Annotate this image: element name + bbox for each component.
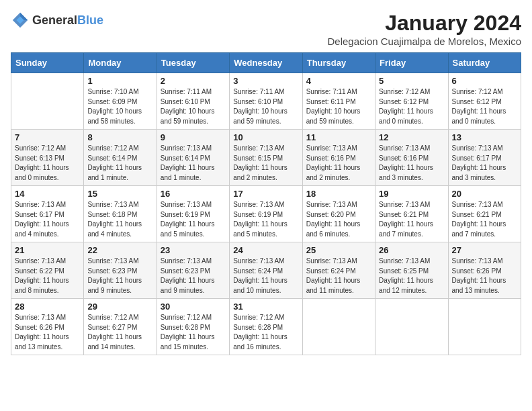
day-cell: 28Sunrise: 7:13 AM Sunset: 6:26 PM Dayli… (11, 299, 84, 355)
day-info: Sunrise: 7:13 AM Sunset: 6:24 PM Dayligh… (306, 257, 371, 295)
day-number: 5 (379, 76, 444, 86)
day-cell: 24Sunrise: 7:13 AM Sunset: 6:24 PM Dayli… (230, 242, 302, 299)
day-cell: 4Sunrise: 7:11 AM Sunset: 6:11 PM Daylig… (302, 73, 375, 130)
calendar-table: SundayMondayTuesdayWednesdayThursdayFrid… (11, 52, 521, 355)
day-number: 26 (379, 245, 444, 255)
day-number: 13 (452, 132, 517, 142)
week-row-4: 21Sunrise: 7:13 AM Sunset: 6:22 PM Dayli… (11, 242, 521, 299)
day-cell: 5Sunrise: 7:12 AM Sunset: 6:12 PM Daylig… (375, 73, 448, 130)
day-number: 19 (379, 189, 444, 199)
day-cell: 29Sunrise: 7:12 AM Sunset: 6:27 PM Dayli… (84, 299, 157, 355)
day-number: 27 (452, 245, 517, 255)
day-cell: 30Sunrise: 7:12 AM Sunset: 6:28 PM Dayli… (157, 299, 229, 355)
day-number: 17 (233, 189, 298, 199)
day-cell (375, 299, 448, 355)
day-cell: 3Sunrise: 7:11 AM Sunset: 6:10 PM Daylig… (230, 73, 302, 130)
day-number: 11 (306, 132, 371, 142)
day-info: Sunrise: 7:10 AM Sunset: 6:09 PM Dayligh… (87, 87, 152, 126)
day-number: 24 (233, 245, 298, 255)
day-cell: 20Sunrise: 7:13 AM Sunset: 6:21 PM Dayli… (448, 186, 521, 242)
page-header: GeneralBlue January 2024 Delegacion Cuaj… (11, 11, 521, 47)
day-info: Sunrise: 7:13 AM Sunset: 6:23 PM Dayligh… (161, 257, 226, 295)
day-cell: 17Sunrise: 7:13 AM Sunset: 6:19 PM Dayli… (230, 186, 302, 242)
day-number: 9 (161, 132, 226, 142)
day-number: 22 (87, 245, 152, 255)
day-info: Sunrise: 7:13 AM Sunset: 6:19 PM Dayligh… (161, 200, 226, 239)
day-number: 3 (233, 76, 298, 86)
day-cell (11, 73, 84, 130)
day-cell: 9Sunrise: 7:13 AM Sunset: 6:14 PM Daylig… (157, 130, 229, 186)
week-row-3: 14Sunrise: 7:13 AM Sunset: 6:17 PM Dayli… (11, 186, 521, 242)
month-year-title: January 2024 (328, 11, 521, 36)
day-info: Sunrise: 7:13 AM Sunset: 6:26 PM Dayligh… (15, 313, 80, 352)
day-number: 29 (87, 302, 152, 312)
day-info: Sunrise: 7:12 AM Sunset: 6:28 PM Dayligh… (233, 313, 298, 352)
col-header-tuesday: Tuesday (157, 53, 229, 73)
day-number: 16 (161, 189, 226, 199)
day-cell: 15Sunrise: 7:13 AM Sunset: 6:18 PM Dayli… (84, 186, 157, 242)
logo-icon (11, 11, 30, 30)
day-info: Sunrise: 7:13 AM Sunset: 6:21 PM Dayligh… (452, 200, 517, 239)
day-number: 23 (161, 245, 226, 255)
day-cell: 6Sunrise: 7:12 AM Sunset: 6:12 PM Daylig… (448, 73, 521, 130)
day-number: 6 (452, 76, 517, 86)
logo-general: General (32, 13, 77, 27)
title-area: January 2024 Delegacion Cuajimalpa de Mo… (328, 11, 521, 47)
day-cell: 1Sunrise: 7:10 AM Sunset: 6:09 PM Daylig… (84, 73, 157, 130)
day-number: 30 (161, 302, 226, 312)
day-cell: 12Sunrise: 7:13 AM Sunset: 6:16 PM Dayli… (375, 130, 448, 186)
day-info: Sunrise: 7:13 AM Sunset: 6:21 PM Dayligh… (379, 200, 444, 239)
day-number: 21 (15, 245, 80, 255)
day-cell: 8Sunrise: 7:12 AM Sunset: 6:14 PM Daylig… (84, 130, 157, 186)
day-cell: 22Sunrise: 7:13 AM Sunset: 6:23 PM Dayli… (84, 242, 157, 299)
day-cell: 2Sunrise: 7:11 AM Sunset: 6:10 PM Daylig… (157, 73, 229, 130)
col-header-sunday: Sunday (11, 53, 84, 73)
day-cell: 27Sunrise: 7:13 AM Sunset: 6:26 PM Dayli… (448, 242, 521, 299)
day-number: 15 (87, 189, 152, 199)
day-cell: 11Sunrise: 7:13 AM Sunset: 6:16 PM Dayli… (302, 130, 375, 186)
day-cell: 26Sunrise: 7:13 AM Sunset: 6:25 PM Dayli… (375, 242, 448, 299)
day-info: Sunrise: 7:11 AM Sunset: 6:10 PM Dayligh… (233, 87, 298, 126)
day-cell: 14Sunrise: 7:13 AM Sunset: 6:17 PM Dayli… (11, 186, 84, 242)
col-header-friday: Friday (375, 53, 448, 73)
day-number: 4 (306, 76, 371, 86)
day-number: 20 (452, 189, 517, 199)
day-number: 7 (15, 132, 80, 142)
col-header-thursday: Thursday (302, 53, 375, 73)
day-info: Sunrise: 7:13 AM Sunset: 6:17 PM Dayligh… (452, 144, 517, 183)
col-header-wednesday: Wednesday (230, 53, 302, 73)
location-subtitle: Delegacion Cuajimalpa de Morelos, Mexico (328, 36, 521, 47)
day-number: 2 (161, 76, 226, 86)
day-info: Sunrise: 7:13 AM Sunset: 6:16 PM Dayligh… (379, 144, 444, 183)
day-number: 18 (306, 189, 371, 199)
day-number: 10 (233, 132, 298, 142)
day-info: Sunrise: 7:11 AM Sunset: 6:10 PM Dayligh… (161, 87, 226, 126)
day-info: Sunrise: 7:13 AM Sunset: 6:20 PM Dayligh… (306, 200, 371, 239)
day-info: Sunrise: 7:11 AM Sunset: 6:11 PM Dayligh… (306, 87, 371, 126)
day-cell: 31Sunrise: 7:12 AM Sunset: 6:28 PM Dayli… (230, 299, 302, 355)
day-cell (302, 299, 375, 355)
logo: GeneralBlue (11, 11, 103, 30)
day-number: 25 (306, 245, 371, 255)
day-info: Sunrise: 7:12 AM Sunset: 6:28 PM Dayligh… (161, 313, 226, 352)
day-info: Sunrise: 7:13 AM Sunset: 6:16 PM Dayligh… (306, 144, 371, 183)
week-row-1: 1Sunrise: 7:10 AM Sunset: 6:09 PM Daylig… (11, 73, 521, 130)
day-info: Sunrise: 7:13 AM Sunset: 6:14 PM Dayligh… (161, 144, 226, 183)
day-cell: 10Sunrise: 7:13 AM Sunset: 6:15 PM Dayli… (230, 130, 302, 186)
day-number: 14 (15, 189, 80, 199)
day-cell: 19Sunrise: 7:13 AM Sunset: 6:21 PM Dayli… (375, 186, 448, 242)
day-number: 8 (87, 132, 152, 142)
day-info: Sunrise: 7:13 AM Sunset: 6:25 PM Dayligh… (379, 257, 444, 295)
logo-text: GeneralBlue (32, 13, 103, 28)
day-cell: 18Sunrise: 7:13 AM Sunset: 6:20 PM Dayli… (302, 186, 375, 242)
day-info: Sunrise: 7:12 AM Sunset: 6:27 PM Dayligh… (87, 313, 152, 352)
day-cell: 23Sunrise: 7:13 AM Sunset: 6:23 PM Dayli… (157, 242, 229, 299)
day-number: 31 (233, 302, 298, 312)
day-cell: 7Sunrise: 7:12 AM Sunset: 6:13 PM Daylig… (11, 130, 84, 186)
day-info: Sunrise: 7:13 AM Sunset: 6:24 PM Dayligh… (233, 257, 298, 295)
week-row-2: 7Sunrise: 7:12 AM Sunset: 6:13 PM Daylig… (11, 130, 521, 186)
col-header-monday: Monday (84, 53, 157, 73)
day-cell (448, 299, 521, 355)
day-info: Sunrise: 7:12 AM Sunset: 6:12 PM Dayligh… (379, 87, 444, 126)
day-cell: 13Sunrise: 7:13 AM Sunset: 6:17 PM Dayli… (448, 130, 521, 186)
